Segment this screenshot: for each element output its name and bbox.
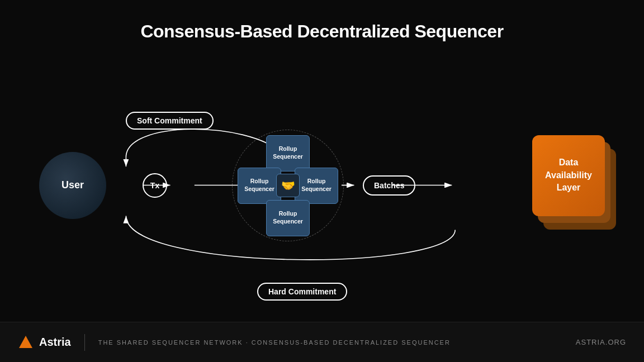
page-title: Consensus-Based Decentralized Sequencer — [0, 0, 644, 42]
da-card-front: DataAvailabilityLayer — [532, 135, 605, 216]
svg-marker-7 — [19, 336, 32, 348]
footer: Astria THE SHARED SEQUENCER NETWORK · CO… — [0, 322, 644, 362]
footer-divider — [84, 334, 85, 351]
hard-commitment-label: Hard Commitment — [257, 283, 347, 301]
handshake-icon: 🤝 — [281, 179, 295, 192]
da-stack: DataAvailabilityLayer — [532, 135, 610, 236]
user-label: User — [61, 179, 84, 191]
astria-logo-icon — [18, 335, 34, 350]
sequencer-bottom: RollupSequencer — [266, 200, 310, 236]
sequencer-cluster: RollupSequencer RollupSequencer RollupSe… — [232, 130, 344, 241]
da-label: DataAvailabilityLayer — [545, 156, 592, 194]
footer-subtitle: THE SHARED SEQUENCER NETWORK · CONSENSUS… — [98, 339, 451, 346]
handshake-center: 🤝 — [276, 174, 300, 197]
diagram-area: User Soft Commitment Tx RollupSequencer … — [0, 53, 644, 317]
user-node: User — [39, 152, 106, 219]
sequencer-top: RollupSequencer — [266, 135, 310, 172]
footer-logo: Astria — [18, 335, 71, 350]
batches-bubble: Batches — [363, 175, 415, 196]
footer-url: ASTRIA.ORG — [576, 338, 626, 346]
soft-commitment-label: Soft Commitment — [126, 112, 214, 130]
tx-bubble: Tx — [143, 173, 167, 198]
footer-brand: Astria — [39, 336, 71, 349]
sequencer-left: RollupSequencer — [238, 168, 281, 204]
sequencer-right: RollupSequencer — [295, 168, 338, 204]
